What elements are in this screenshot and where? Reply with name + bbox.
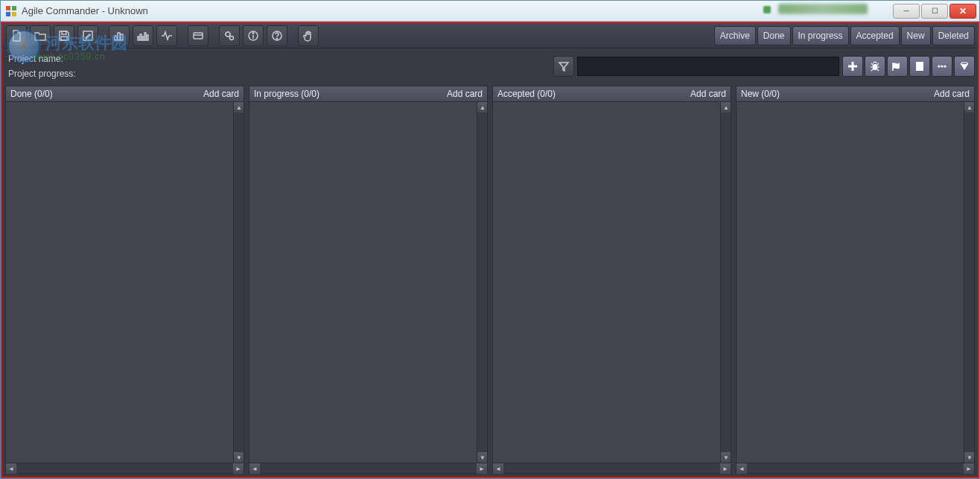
window-controls: ─ ☐ ✕ — [893, 4, 976, 19]
svg-point-29 — [944, 65, 946, 67]
more-icon[interactable] — [932, 56, 952, 77]
svg-rect-10 — [138, 37, 139, 40]
info-row: Project name: Project progress: — [2, 48, 978, 84]
plus-icon[interactable] — [842, 56, 863, 77]
project-info: Project name: Project progress: — [2, 48, 553, 84]
column-body[interactable]: ▲ ▼ — [5, 102, 244, 463]
scroll-up-icon[interactable]: ▲ — [234, 102, 244, 112]
vertical-scrollbar[interactable]: ▲ ▼ — [720, 102, 731, 463]
scroll-right-icon[interactable]: ► — [720, 463, 731, 474]
new-file-icon[interactable] — [6, 25, 27, 46]
maximize-button[interactable]: ☐ — [921, 4, 948, 19]
tab-new[interactable]: New — [901, 26, 931, 45]
svg-rect-4 — [62, 31, 66, 34]
window-title: Agile Commander - Unknown — [22, 5, 893, 16]
edit-note-icon[interactable] — [77, 25, 98, 46]
svg-rect-13 — [144, 33, 146, 40]
column-title: New (0/0) — [741, 89, 934, 99]
scroll-down-icon[interactable]: ▼ — [964, 452, 975, 463]
scroll-left-icon[interactable]: ◄ — [6, 463, 16, 474]
close-button[interactable]: ✕ — [949, 4, 976, 19]
minimize-button[interactable]: ─ — [893, 4, 920, 19]
card-icon[interactable] — [188, 25, 209, 46]
vertical-scrollbar[interactable]: ▲ ▼ — [477, 102, 487, 463]
scroll-right-icon[interactable]: ► — [477, 463, 487, 474]
background-decor — [778, 4, 868, 14]
svg-rect-9 — [121, 34, 123, 40]
column-body[interactable]: ▲ ▼ — [492, 102, 731, 463]
bug-icon[interactable] — [865, 56, 885, 77]
svg-rect-26 — [916, 62, 923, 71]
save-icon[interactable] — [54, 25, 74, 46]
chart-group-icon[interactable] — [133, 25, 153, 46]
scroll-left-icon[interactable]: ◄ — [493, 463, 503, 474]
vertical-scrollbar[interactable]: ▲ ▼ — [233, 102, 244, 463]
scroll-up-icon[interactable]: ▲ — [964, 102, 975, 112]
note-icon[interactable] — [909, 56, 930, 77]
svg-rect-0 — [6, 6, 10, 10]
main-toolbar: Archive Done In progress Accepted New De… — [2, 23, 978, 48]
column-title: In progress (0/0) — [254, 89, 447, 99]
filter-funnel-icon[interactable] — [553, 56, 574, 77]
svg-rect-12 — [142, 37, 144, 40]
add-card-button[interactable]: Add card — [934, 89, 970, 99]
tab-done[interactable]: Done — [757, 26, 791, 45]
scroll-left-icon[interactable]: ◄ — [249, 463, 260, 474]
scroll-down-icon[interactable]: ▼ — [721, 452, 731, 463]
vertical-scrollbar[interactable]: ▲ ▼ — [964, 102, 974, 463]
add-card-button[interactable]: Add card — [690, 89, 726, 99]
hand-icon[interactable] — [298, 25, 319, 46]
scroll-up-icon[interactable]: ▲ — [477, 102, 488, 112]
toolbar-left-group — [2, 25, 319, 46]
search-input[interactable] — [577, 57, 839, 76]
tab-accepted[interactable]: Accepted — [850, 26, 900, 45]
svg-rect-11 — [140, 34, 141, 40]
column-new: New (0/0) Add card ▲ ▼ ◄ ► — [736, 86, 975, 474]
svg-rect-8 — [118, 33, 120, 40]
horizontal-scrollbar[interactable]: ◄ ► — [249, 463, 488, 474]
svg-rect-2 — [6, 12, 10, 16]
diamond-icon[interactable] — [954, 56, 975, 77]
info-icon[interactable] — [243, 25, 264, 46]
add-card-button[interactable]: Add card — [447, 89, 483, 99]
svg-point-24 — [873, 64, 878, 70]
svg-rect-1 — [12, 6, 16, 10]
column-body[interactable]: ▲ ▼ — [736, 102, 975, 463]
svg-rect-7 — [115, 36, 117, 40]
help-icon[interactable] — [267, 25, 287, 46]
column-header: In progress (0/0) Add card — [249, 86, 488, 102]
tab-in-progress[interactable]: In progress — [792, 26, 849, 45]
horizontal-scrollbar[interactable]: ◄ ► — [5, 463, 244, 474]
kanban-board: Done (0/0) Add card ▲ ▼ ◄ ► In progress — [2, 84, 978, 477]
scroll-up-icon[interactable]: ▲ — [721, 102, 731, 112]
tag-icon[interactable] — [887, 56, 908, 77]
svg-rect-14 — [147, 35, 148, 40]
open-folder-icon[interactable] — [30, 25, 51, 46]
svg-rect-5 — [61, 37, 67, 40]
app-content: ↓ 河东软件园 www.pc0359.cn — [1, 22, 979, 478]
bar-chart-icon[interactable] — [109, 25, 130, 46]
background-decor — [763, 6, 771, 13]
gears-icon[interactable] — [219, 25, 240, 46]
scroll-right-icon[interactable]: ► — [233, 463, 244, 474]
scroll-down-icon[interactable]: ▼ — [234, 452, 244, 463]
project-name-label: Project name: — [8, 54, 547, 64]
activity-icon[interactable] — [156, 25, 177, 46]
add-card-button[interactable]: Add card — [203, 89, 239, 99]
scroll-right-icon[interactable]: ► — [964, 463, 974, 474]
search-bar-group — [553, 48, 978, 84]
horizontal-scrollbar[interactable]: ◄ ► — [736, 463, 975, 474]
column-title: Accepted (0/0) — [497, 89, 690, 99]
svg-point-28 — [941, 65, 943, 67]
scroll-left-icon[interactable]: ◄ — [736, 463, 747, 474]
app-icon — [5, 5, 17, 17]
horizontal-scrollbar[interactable]: ◄ ► — [492, 463, 731, 474]
tab-archive[interactable]: Archive — [714, 26, 756, 45]
svg-point-27 — [938, 65, 940, 67]
action-buttons — [842, 56, 975, 77]
column-header: Accepted (0/0) Add card — [492, 86, 731, 102]
column-header: Done (0/0) Add card — [5, 86, 244, 102]
tab-deleted[interactable]: Deleted — [932, 26, 975, 45]
column-body[interactable]: ▲ ▼ — [249, 102, 488, 463]
scroll-down-icon[interactable]: ▼ — [477, 452, 488, 463]
